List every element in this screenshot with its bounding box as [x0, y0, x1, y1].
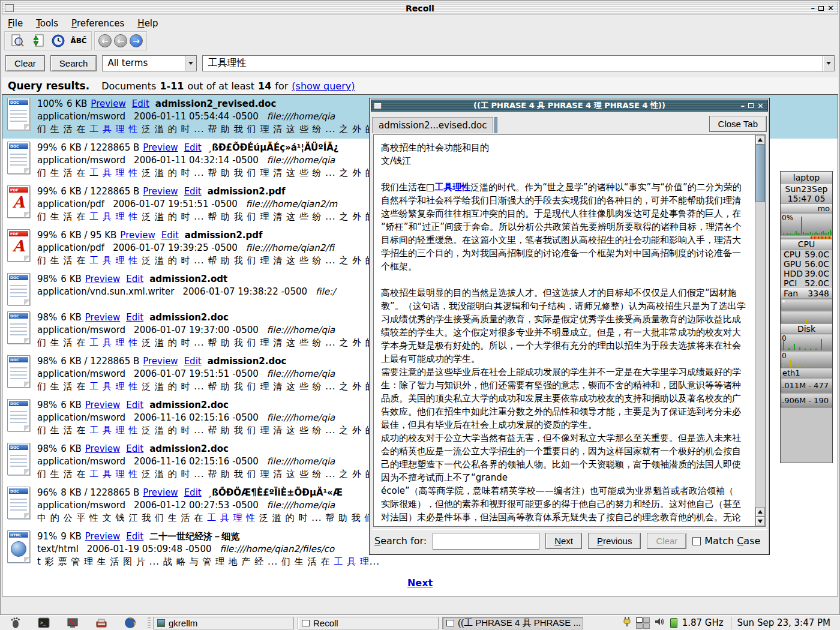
preview-minimize-icon[interactable]: – [741, 102, 745, 110]
find-next-button[interactable]: Next [545, 533, 582, 549]
preview-link[interactable]: Preview [91, 98, 125, 109]
preview-link[interactable]: Preview [120, 230, 155, 241]
edit-link[interactable]: Edit [184, 186, 202, 197]
snippet-text: 泛 滥 的 时 ... 帮 助 我 们 理 清 这 些 纷 ... 之 外 的 [138, 124, 374, 134]
file-icon-header: DOC [9, 313, 28, 319]
gkrellm-clock[interactable]: Sun23Sep15:47 05 [781, 184, 832, 204]
next-results-link[interactable]: Next [407, 577, 433, 589]
disk-read-chart[interactable]: 0 [781, 334, 832, 351]
document-history-icon[interactable] [49, 33, 67, 49]
preview-link[interactable]: Preview [85, 531, 120, 542]
preview-link[interactable]: Preview [85, 274, 120, 284]
edit-link[interactable]: Edit [184, 142, 202, 153]
typewriter-launcher-icon[interactable] [95, 617, 108, 629]
edit-link[interactable]: Edit [132, 98, 149, 109]
preview-link[interactable]: Preview [143, 142, 178, 153]
scroll-up-icon[interactable] [755, 135, 765, 145]
snippet-text: 泛 滥 的 时 ... 帮 助 我 们 理 清 这 些 纷 ... 之 外 的 [138, 337, 374, 348]
preview-maximize-icon[interactable] [748, 103, 754, 108]
preview-link[interactable]: Preview [85, 443, 120, 454]
disk2-label: 0 [782, 352, 787, 360]
close-tab-button[interactable]: Close Tab [709, 116, 767, 132]
edit-link[interactable]: Edit [126, 274, 143, 284]
menu-tools[interactable]: Tools [36, 18, 58, 29]
terminal-launcher-icon[interactable]: >_ [37, 617, 50, 629]
query-combo [202, 55, 835, 71]
close-icon[interactable]: ✕ [827, 4, 834, 12]
edit-link[interactable]: Edit [161, 230, 179, 241]
find-clear-button[interactable]: Clear [647, 533, 686, 549]
prev-page-icon[interactable]: ← [114, 34, 127, 47]
result-date: 2006-01-07 19:38:22 -0500 [182, 286, 307, 297]
power-plug-icon[interactable] [623, 616, 631, 629]
temps-section-title[interactable]: CPU [781, 239, 832, 250]
scroll-down-icon[interactable] [755, 517, 765, 526]
advanced-search-icon[interactable] [8, 33, 26, 49]
temp-value: 56.0C [805, 259, 829, 269]
firefox-launcher-icon[interactable] [124, 617, 137, 629]
match-case-checkbox[interactable] [692, 537, 701, 545]
find-previous-button[interactable]: Previous [588, 533, 641, 549]
gnome-menu-icon[interactable] [8, 617, 22, 629]
volume-icon[interactable] [655, 617, 665, 629]
clear-button[interactable]: Clear [5, 55, 45, 71]
edit-link[interactable]: Edit [126, 531, 143, 542]
disk-section-title[interactable]: Disk [781, 324, 832, 334]
search-button[interactable]: Search [50, 55, 97, 71]
page-fold [24, 557, 30, 563]
next-page-icon[interactable]: → [130, 34, 143, 47]
task-button-3[interactable]: ((工 PHRASE 4 具 PHRASE ... [442, 617, 583, 629]
task-button-2[interactable]: Recoll [298, 617, 439, 629]
cpufreq-icon[interactable] [670, 618, 677, 628]
chart-spike [810, 232, 811, 235]
snippet-text: 泛 滥 的 时 ... 帮 助 我 们 [256, 512, 374, 523]
disk-write-chart[interactable]: 0 [781, 351, 832, 368]
net-interface-label[interactable]: eth1 [781, 368, 832, 378]
preview-link[interactable]: Preview [143, 487, 178, 498]
preview-scrollbar[interactable] [755, 135, 765, 526]
show-query-link[interactable]: (show query) [292, 80, 355, 92]
toolbar: ÅBĈ ← ← → [2, 31, 838, 51]
preview-tab[interactable]: admission2...evised.doc [372, 117, 493, 133]
find-input[interactable] [433, 533, 539, 550]
preview-link[interactable]: Preview [143, 356, 178, 367]
term-explorer-icon[interactable]: ÅBĈ [70, 33, 88, 49]
taskbar-handle[interactable] [148, 617, 151, 629]
search-input[interactable] [203, 56, 823, 71]
preview-titlebar[interactable]: ((工 PHRASE 4 具 PHRASE 4 理 PHRASE 4 性)) –… [371, 100, 768, 112]
menu-help[interactable]: Help [137, 18, 158, 29]
edit-link[interactable]: Edit [126, 443, 143, 454]
window-title: Recoll [2, 4, 838, 13]
minimize-icon[interactable]: – [811, 4, 815, 12]
taskbar-clock[interactable]: Sun Sep 23, 3:47 PM [731, 617, 836, 629]
maximize-icon[interactable] [818, 6, 824, 11]
result-relevance: 100% [37, 98, 63, 109]
query-history-chevron-icon[interactable] [823, 56, 834, 71]
task-button-1[interactable]: gkrellm [153, 617, 294, 629]
result-mimetype: application/msword [37, 412, 125, 423]
edit-link[interactable]: Edit [184, 356, 202, 367]
preview-link[interactable]: Preview [85, 400, 120, 410]
cpu-usage-chart[interactable]: 0% [781, 213, 832, 236]
workspace-switcher[interactable] [636, 617, 650, 629]
search-mode-select[interactable]: All terms [102, 55, 197, 71]
scrollbar-thumb[interactable] [755, 145, 765, 202]
recoll-titlebar[interactable]: Recoll – ✕ [2, 2, 838, 14]
display-off-launcher-icon[interactable] [66, 617, 79, 629]
menu-preferences[interactable]: Preferences [71, 18, 124, 29]
preview-link[interactable]: Preview [85, 312, 120, 323]
preview-link[interactable]: Preview [143, 186, 178, 197]
edit-link[interactable]: Edit [126, 400, 143, 410]
gkrellm-hostname[interactable]: laptop [781, 172, 832, 184]
edit-link[interactable]: Edit [126, 312, 143, 323]
window-task-icon [446, 620, 454, 626]
temperature-readouts: CPU59.0CGPU56.0CHDD39.0CPCI52.0C [781, 250, 832, 288]
chart-spike [832, 232, 833, 235]
chevron-down-icon[interactable] [185, 56, 196, 71]
scroll-up2-icon[interactable] [755, 507, 765, 517]
first-page-icon[interactable]: ← [98, 34, 112, 47]
sort-parameters-icon[interactable] [29, 33, 47, 49]
edit-link[interactable]: Edit [184, 487, 202, 498]
preview-close-icon[interactable]: ✕ [757, 102, 764, 110]
menu-file[interactable]: File [8, 18, 23, 29]
